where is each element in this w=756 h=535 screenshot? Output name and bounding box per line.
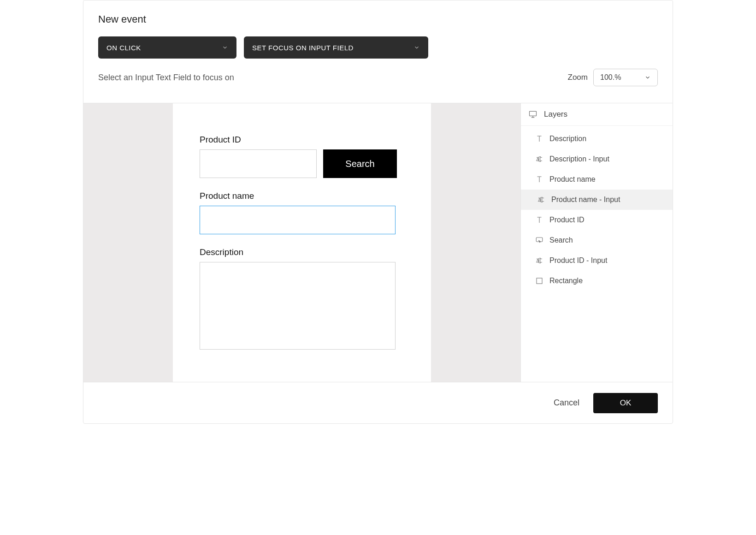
layer-item-label: Product ID (549, 216, 585, 224)
dialog-title: New event (98, 13, 658, 25)
dialog-footer: Cancel OK (83, 382, 673, 423)
layer-item-label: Description - Input (549, 155, 609, 163)
layer-item-label: Product name (549, 175, 596, 184)
layer-item-label: Rectangle (549, 277, 583, 285)
layer-item-label: Search (549, 236, 573, 244)
product-id-group: Product ID Search (200, 135, 404, 178)
layer-item[interactable]: Search (521, 230, 673, 250)
zoom-label: Zoom (568, 73, 588, 82)
trigger-select-value: ON CLICK (106, 44, 141, 52)
button-layer-icon (535, 236, 544, 245)
zoom-value: 100.% (600, 73, 621, 82)
layer-item[interactable]: AProduct name - Input (521, 190, 673, 210)
ok-button[interactable]: OK (593, 393, 658, 413)
description-group: Description (200, 247, 404, 350)
dialog-header: New event ON CLICK SET FOCUS ON INPUT FI… (83, 0, 673, 103)
preview-canvas[interactable]: Product ID Search Product name Descripti… (83, 103, 520, 382)
layer-item[interactable]: AProduct ID - Input (521, 250, 673, 271)
text-layer-icon (535, 175, 544, 184)
layer-item[interactable]: Description (521, 129, 673, 149)
new-event-dialog: New event ON CLICK SET FOCUS ON INPUT FI… (83, 0, 673, 424)
layer-item[interactable]: Product ID (521, 210, 673, 230)
layer-item-label: Description (549, 135, 586, 143)
layer-item-label: Product name - Input (551, 196, 620, 204)
chevron-down-icon (222, 44, 228, 51)
layer-item[interactable]: ADescription - Input (521, 149, 673, 169)
product-id-input[interactable] (200, 149, 317, 178)
form-preview: Product ID Search Product name Descripti… (173, 103, 431, 382)
product-id-row: Search (200, 149, 404, 178)
trigger-select[interactable]: ON CLICK (98, 36, 236, 59)
layer-item[interactable]: Rectangle (521, 271, 673, 291)
layers-panel: Layers DescriptionADescription - InputPr… (520, 103, 673, 382)
action-select[interactable]: SET FOCUS ON INPUT FIELD (244, 36, 428, 59)
product-name-input[interactable] (200, 206, 396, 234)
input-layer-icon: A (537, 195, 546, 204)
search-button[interactable]: Search (323, 149, 397, 178)
rect-layer-icon (535, 276, 544, 285)
cancel-button[interactable]: Cancel (554, 398, 579, 408)
input-layer-icon: A (535, 155, 544, 164)
layers-list: DescriptionADescription - InputProduct n… (521, 126, 673, 291)
product-name-group: Product name (200, 191, 404, 234)
chevron-down-icon (413, 44, 420, 51)
product-name-label: Product name (200, 191, 404, 201)
svg-rect-0 (530, 111, 537, 116)
svg-rect-22 (537, 278, 542, 284)
subheader: Select an Input Text Field to focus on Z… (98, 69, 658, 95)
layer-item[interactable]: Product name (521, 169, 673, 190)
svg-text:A: A (538, 197, 542, 202)
svg-text:A: A (536, 157, 540, 162)
monitor-icon (528, 110, 537, 119)
chevron-down-icon (644, 74, 651, 81)
zoom-control: Zoom 100.% (568, 69, 658, 86)
zoom-select[interactable]: 100.% (593, 69, 658, 86)
description-input[interactable] (200, 262, 396, 350)
layers-header: Layers (521, 103, 673, 126)
dialog-body: Product ID Search Product name Descripti… (83, 103, 673, 382)
input-layer-icon: A (535, 256, 544, 265)
layer-item-label: Product ID - Input (549, 256, 607, 265)
action-select-value: SET FOCUS ON INPUT FIELD (252, 44, 354, 52)
product-id-label: Product ID (200, 135, 404, 145)
description-label: Description (200, 247, 404, 257)
text-layer-icon (535, 215, 544, 225)
layers-title: Layers (544, 110, 567, 119)
svg-text:A: A (536, 258, 540, 263)
event-selectors: ON CLICK SET FOCUS ON INPUT FIELD (98, 36, 658, 59)
text-layer-icon (535, 134, 544, 143)
instruction-text: Select an Input Text Field to focus on (98, 73, 234, 83)
